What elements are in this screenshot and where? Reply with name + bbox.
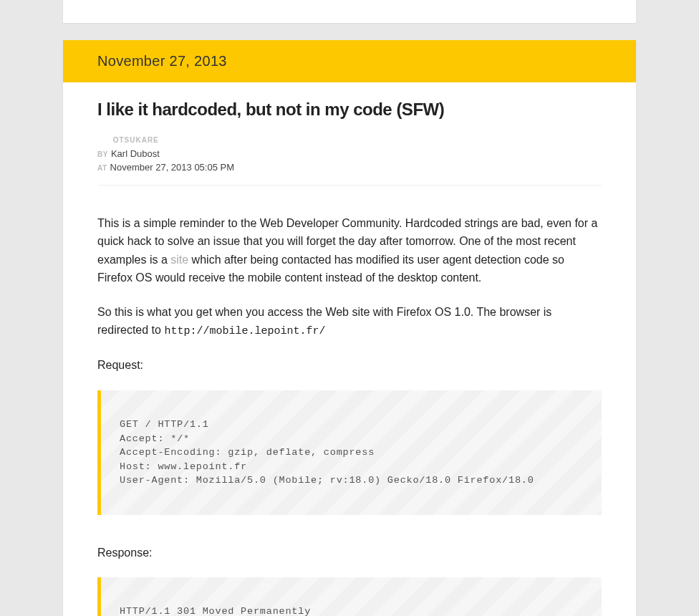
meta-by-label: BY xyxy=(97,150,108,158)
paragraph-2: So this is what you get when you access … xyxy=(97,303,602,341)
response-label: Response: xyxy=(97,544,602,562)
previous-card-bottom xyxy=(63,0,636,23)
article-meta: OTSUKARE BYKarl Dubost ATNovember 27, 20… xyxy=(97,133,602,186)
meta-author[interactable]: Karl Dubost xyxy=(111,148,160,159)
article-card: November 27, 2013 I like it hardcoded, b… xyxy=(63,40,636,616)
article-title[interactable]: I like it hardcoded, but not in my code … xyxy=(97,100,602,120)
meta-site-label: OTSUKARE xyxy=(113,136,159,144)
paragraph-1: This is a simple reminder to the Web Dev… xyxy=(97,214,602,287)
code-block-response: HTTP/1.1 301 Moved Permanently Content-E… xyxy=(97,577,602,616)
meta-at-label: AT xyxy=(97,164,107,172)
article-content: This is a simple reminder to the Web Dev… xyxy=(97,214,602,617)
meta-timestamp: November 27, 2013 05:05 PM xyxy=(110,162,234,173)
request-label: Request: xyxy=(97,356,602,375)
code-block-request: GET / HTTP/1.1 Accept: */* Accept-Encodi… xyxy=(97,390,602,515)
redirect-url-code: http://mobile.lepoint.fr/ xyxy=(164,325,325,337)
site-link[interactable]: site xyxy=(170,254,188,266)
date-banner: November 27, 2013 xyxy=(63,40,636,82)
